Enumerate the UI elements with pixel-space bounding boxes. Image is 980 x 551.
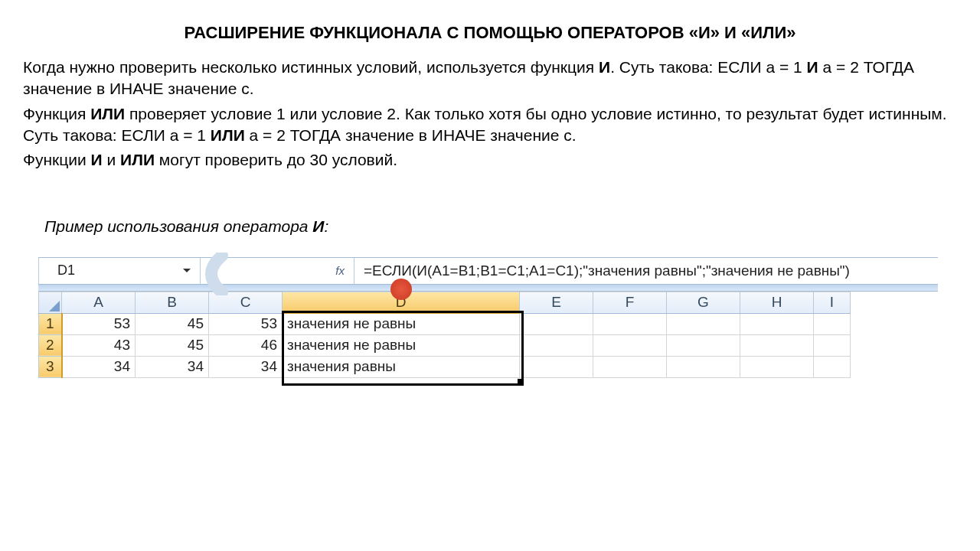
formula-bar: D1 fx =ЕСЛИ(И(A1=B1;B1=C1;A1=C1);"значен…: [38, 257, 938, 284]
table-row: 2 43 45 46 значения не равны: [39, 334, 851, 356]
bold-i: И: [312, 217, 324, 235]
row-header-2[interactable]: 2: [39, 334, 62, 356]
fill-handle[interactable]: [518, 379, 523, 384]
paragraph-2: Функция ИЛИ проверяет условие 1 или усло…: [23, 103, 957, 147]
col-header-e[interactable]: E: [520, 292, 593, 313]
cell[interactable]: [740, 334, 814, 356]
bold-ili: ИЛИ: [211, 126, 245, 144]
cell[interactable]: [814, 356, 851, 377]
col-header-g[interactable]: G: [667, 292, 740, 313]
paragraph-1: Когда нужно проверить несколько истинных…: [23, 57, 957, 100]
text: а = 2 ТОГДА значение в ИНАЧЕ значение с.: [245, 126, 577, 144]
bold-i: И: [807, 58, 818, 76]
cell[interactable]: [520, 313, 593, 334]
example-caption: Пример использования оператора И:: [44, 217, 957, 236]
cell[interactable]: 34: [136, 356, 209, 377]
cell[interactable]: [740, 356, 814, 377]
chevron-down-icon[interactable]: [183, 269, 191, 272]
col-header-i[interactable]: I: [814, 292, 851, 313]
cell[interactable]: [814, 313, 851, 334]
text: Функция: [23, 105, 90, 122]
cell[interactable]: [667, 334, 740, 356]
fx-button-area[interactable]: fx: [230, 258, 354, 284]
cell[interactable]: 53: [209, 313, 283, 334]
cell[interactable]: [593, 356, 667, 377]
cell[interactable]: значения не равны: [283, 313, 520, 334]
text: :: [324, 217, 328, 235]
cell[interactable]: 46: [209, 334, 283, 356]
select-all-corner[interactable]: [39, 292, 62, 313]
row-header-3[interactable]: 3: [39, 356, 62, 377]
col-header-h[interactable]: H: [740, 292, 814, 313]
cell[interactable]: [520, 356, 593, 377]
formula-input[interactable]: =ЕСЛИ(И(A1=B1;B1=C1;A1=C1);"значения рав…: [354, 262, 938, 279]
cell[interactable]: 34: [209, 356, 283, 377]
text: могут проверить до 30 условий.: [155, 151, 397, 168]
bold-ili: ИЛИ: [120, 151, 155, 168]
cell[interactable]: 43: [62, 334, 136, 356]
cell[interactable]: [667, 356, 740, 377]
bold-i: И: [599, 58, 610, 76]
col-header-f[interactable]: F: [593, 292, 667, 313]
table-row: 3 34 34 34 значения равны: [39, 356, 851, 377]
text: . Суть такова: ЕСЛИ а = 1: [610, 58, 806, 76]
bold-ili: ИЛИ: [90, 105, 125, 122]
text: Функции: [23, 151, 91, 168]
cell[interactable]: 53: [62, 313, 136, 334]
cell[interactable]: 45: [136, 334, 209, 356]
spreadsheet-grid[interactable]: A B C D E F G H I 1 53 45 53 значения не…: [38, 292, 851, 378]
page-title: РАСШИРЕНИЕ ФУНКЦИОНАЛА С ПОМОЩЬЮ ОПЕРАТО…: [88, 23, 892, 43]
cell[interactable]: значения не равны: [283, 334, 520, 356]
bold-i: И: [91, 151, 103, 168]
cell[interactable]: [814, 334, 851, 356]
row-header-1[interactable]: 1: [39, 313, 62, 334]
cell[interactable]: [593, 313, 667, 334]
cell[interactable]: 34: [62, 356, 136, 377]
cell[interactable]: 45: [136, 313, 209, 334]
cell[interactable]: [520, 334, 593, 356]
cell[interactable]: [667, 313, 740, 334]
text: Пример использования оператора: [44, 217, 312, 235]
col-header-d[interactable]: D: [283, 292, 520, 313]
text: и: [103, 151, 120, 168]
cell[interactable]: значения равны: [283, 356, 520, 377]
table-row: 1 53 45 53 значения не равны: [39, 313, 851, 334]
name-box-value: D1: [57, 262, 183, 279]
col-header-a[interactable]: A: [62, 292, 136, 313]
cell[interactable]: [740, 313, 814, 334]
divider-bar: [38, 284, 938, 292]
text: Когда нужно проверить несколько истинных…: [23, 58, 599, 76]
paragraph-3: Функции И и ИЛИ могут проверить до 30 ус…: [23, 149, 957, 171]
fx-label: fx: [335, 264, 345, 277]
cell[interactable]: [593, 334, 667, 356]
name-box[interactable]: D1: [38, 258, 201, 284]
excel-screenshot: D1 fx =ЕСЛИ(И(A1=B1;B1=C1;A1=C1);"значен…: [38, 257, 938, 378]
